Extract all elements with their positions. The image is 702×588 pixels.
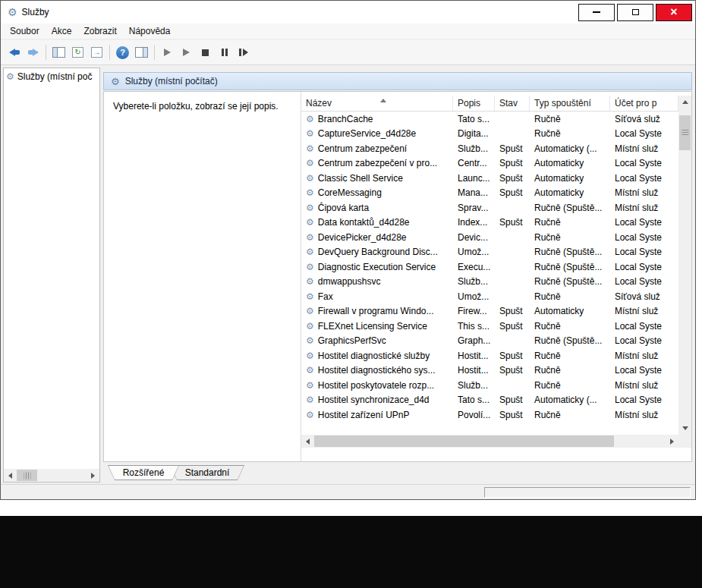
menu-item[interactable]: Zobrazit <box>77 24 122 38</box>
service-startup-type-cell: Automaticky (... <box>530 395 610 405</box>
service-name-cell: ⚙ dmwappushsvc <box>301 276 453 287</box>
service-gear-icon: ⚙ <box>306 410 314 420</box>
menu-item[interactable]: Akce <box>46 24 78 38</box>
action-pane-icon <box>135 47 148 58</box>
table-row[interactable]: ⚙ dmwappushsvc Služb... Ručně (Spuště...… <box>301 275 678 290</box>
show-console-tree-button[interactable] <box>49 43 68 62</box>
table-row[interactable]: ⚙ Data kontaktů_d4d28e Index... Spušt Ru… <box>301 215 678 231</box>
table-row[interactable]: ⚙ Hostitel synchronizace_d4d Tato s... S… <box>301 393 678 408</box>
back-button[interactable] <box>5 43 24 62</box>
export-list-button[interactable]: → <box>87 43 106 62</box>
column-header-label: Typ spouštění <box>534 98 591 108</box>
service-startup-type-cell: Ručně <box>530 114 610 124</box>
service-startup-type-cell: Ručně (Spuště... <box>530 262 610 272</box>
table-row[interactable]: ⚙ Hostitel diagnostické služby Hostit...… <box>301 348 678 363</box>
table-row[interactable]: ⚙ FLEXnet Licensing Service This s... Sp… <box>301 319 678 334</box>
column-header-nazev[interactable]: Název <box>301 96 453 111</box>
tab-standardni[interactable]: Standardní <box>170 465 244 480</box>
service-name-cell: ⚙ Diagnostic Execution Service <box>301 262 453 272</box>
scroll-right-button[interactable] <box>87 469 99 482</box>
tab-rozsirene[interactable]: Rozšířené <box>108 465 179 480</box>
table-row[interactable]: ⚙ GraphicsPerfSvc Graph... Ručně (Spuště… <box>301 334 678 349</box>
table-row[interactable]: ⚙ DevicePicker_d4d28e Devic... Ručně Loc… <box>301 230 678 245</box>
table-row[interactable]: ⚙ Hostitel zařízení UPnP Povolí... Spušt… <box>301 407 678 423</box>
toolbar-separator <box>154 45 155 60</box>
minimize-button[interactable] <box>578 4 615 21</box>
start-service-button[interactable] <box>158 43 177 62</box>
service-account-cell: Místní služ <box>610 380 663 391</box>
menu-item[interactable]: Soubor <box>4 24 46 38</box>
refresh-button[interactable]: ↻ <box>68 43 87 62</box>
forward-button[interactable] <box>24 43 42 62</box>
table-row[interactable]: ⚙ Hostitel diagnostického sys... Hostit.… <box>301 363 678 379</box>
maximize-button[interactable] <box>617 4 653 21</box>
table-row[interactable]: ⚙ Fax Umož... Ručně Síťová služ <box>301 289 678 304</box>
service-gear-icon: ⚙ <box>306 115 314 124</box>
table-row[interactable]: ⚙ Centrum zabezpečení Služb... Spušt Aut… <box>301 141 678 156</box>
help-button[interactable] <box>113 43 132 62</box>
table-row[interactable]: ⚙ CaptureService_d4d28e Digita... Ručně … <box>301 127 678 142</box>
service-name: Hostitel diagnostického sys... <box>318 365 436 376</box>
service-description-cell: Služb... <box>453 380 495 391</box>
table-row[interactable]: ⚙ Classic Shell Service Launc... Spušt A… <box>301 171 678 186</box>
scroll-up-button[interactable] <box>678 96 691 108</box>
service-gear-icon: ⚙ <box>306 203 314 212</box>
table-row[interactable]: ⚙ Firewall v programu Windo... Firew... … <box>301 304 678 319</box>
refresh-icon: ↻ <box>72 47 83 58</box>
title-bar: ⚙ Služby <box>1 1 695 24</box>
tree-item-services[interactable]: ⚙ Služby (místní poč <box>4 68 99 85</box>
service-status-cell: Spušt <box>495 173 530 184</box>
tree-horizontal-scrollbar[interactable] <box>4 469 99 482</box>
column-header-popis[interactable]: Popis <box>453 96 495 111</box>
table-row[interactable]: ⚙ Centrum zabezpečení v pro... Centr... … <box>301 156 678 171</box>
table-row[interactable]: ⚙ Diagnostic Execution Service Execu... … <box>301 259 678 275</box>
service-list: ⚙ BranchCache Tato s... Ručně Síťová slu… <box>301 112 678 433</box>
service-startup-type-cell: Automaticky <box>530 306 610 316</box>
list-horizontal-scrollbar[interactable] <box>301 435 678 448</box>
scroll-left-button[interactable] <box>4 469 17 482</box>
list-vertical-scrollbar[interactable] <box>678 96 691 435</box>
column-header-typ-spousteni[interactable]: Typ spouštění <box>530 96 610 111</box>
scrollbar-thumb[interactable] <box>314 435 614 447</box>
service-name-cell: ⚙ Firewall v programu Windo... <box>301 306 453 316</box>
service-startup-type-cell: Automaticky <box>530 187 610 198</box>
scroll-left-button[interactable] <box>301 435 314 448</box>
service-gear-icon: ⚙ <box>306 277 314 286</box>
scrollbar-thumb[interactable] <box>17 470 37 481</box>
service-account-cell: Local Syste <box>610 321 666 332</box>
service-name-cell: ⚙ BranchCache <box>301 114 453 124</box>
service-description-cell: Sprav... <box>453 203 495 213</box>
service-name: Data kontaktů_d4d28e <box>318 217 410 228</box>
restart-service-button[interactable] <box>234 43 253 62</box>
close-button[interactable] <box>656 4 692 21</box>
table-row[interactable]: ⚙ BranchCache Tato s... Ručně Síťová slu… <box>301 112 678 127</box>
service-description-cell: Mana... <box>453 187 495 198</box>
column-header-stav[interactable]: Stav <box>495 96 530 111</box>
table-row[interactable]: ⚙ DevQuery Background Disc... Umož... Ru… <box>301 245 678 260</box>
resume-service-button[interactable] <box>177 43 196 62</box>
show-action-pane-button[interactable] <box>132 43 151 62</box>
stop-service-button[interactable] <box>196 43 215 62</box>
service-account-cell: Místní služ <box>610 187 663 198</box>
scrollbar-thumb[interactable] <box>679 115 691 150</box>
pause-service-button[interactable] <box>215 43 234 62</box>
service-description-cell: Digita... <box>453 128 495 139</box>
service-account-cell: Local Syste <box>610 232 666 243</box>
scroll-right-button[interactable] <box>666 435 678 448</box>
service-gear-icon: ⚙ <box>306 292 314 301</box>
service-startup-type-cell: Ručně <box>530 410 610 420</box>
table-row[interactable]: ⚙ CoreMessaging Mana... Spušt Automatick… <box>301 186 678 201</box>
service-status-cell: Spušt <box>495 365 530 376</box>
menu-item[interactable]: Nápověda <box>123 24 177 38</box>
table-row[interactable]: ⚙ Čipová karta Sprav... Ručně (Spuště...… <box>301 200 678 215</box>
service-gear-icon: ⚙ <box>306 247 314 256</box>
tab-label: Standardní <box>171 466 244 480</box>
service-gear-icon: ⚙ <box>306 233 314 242</box>
service-account-cell: Local Syste <box>610 247 666 257</box>
service-description-cell: This s... <box>453 321 495 332</box>
service-description-cell: Graph... <box>453 335 495 346</box>
service-name: CoreMessaging <box>318 187 382 198</box>
column-header-ucet[interactable]: Účet pro p <box>610 96 678 111</box>
table-row[interactable]: ⚙ Hostitel poskytovatele rozp... Služb..… <box>301 378 678 393</box>
scroll-down-button[interactable] <box>678 422 691 435</box>
